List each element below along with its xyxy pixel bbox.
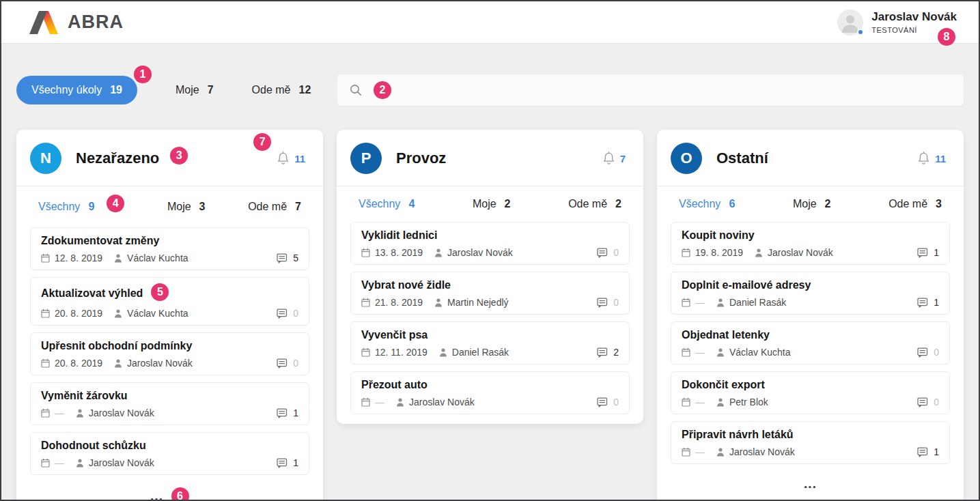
task-assignee: Jaroslav Novák [409, 397, 475, 407]
task-date: 20. 8. 2019 [55, 308, 102, 319]
column-tab-all[interactable]: Všechny 9 4 [38, 198, 124, 216]
column-title-text: Ostatní [716, 149, 768, 167]
more-text: ... [150, 489, 163, 501]
column-tabs: Všechny 9 4 Moje 3 Ode mě 7 [16, 186, 323, 227]
column-tab-my-count: 2 [505, 198, 511, 210]
task-meta: 12. 11. 2019 Daniel Rasák 2 [361, 347, 619, 358]
task-card[interactable]: Dokončit export — Petr Blok [671, 371, 950, 414]
task-assignee: Václav Kuchta [127, 308, 188, 319]
task-title-text: Dohodnout schůzku [41, 440, 146, 452]
task-card[interactable]: Objednat letenky — Václav Kuchta [671, 321, 950, 364]
task-assignee: Václav Kuchta [729, 347, 791, 358]
task-title: Aktualizovat výhled 5 [41, 285, 298, 302]
task-card[interactable]: Zdokumentovat změny 12. 8. 2019 Václav K… [30, 227, 309, 270]
notifications-button[interactable]: 11 [917, 151, 946, 166]
column-tab-my-label: Moje [793, 198, 817, 210]
column-tab-all[interactable]: Všechny 6 [679, 198, 735, 210]
task-date: 12. 8. 2019 [55, 253, 102, 263]
assignee-icon [114, 254, 122, 263]
calendar-icon [41, 253, 50, 263]
tab-all-tasks[interactable]: Všechny úkoly 19 [16, 76, 137, 104]
bell-count: 11 [935, 153, 946, 164]
column-tab-all-label: Všechny [359, 198, 400, 210]
assignee-icon [716, 448, 725, 457]
task-assignee: Jaroslav Novák [127, 358, 193, 369]
task-assignee: Martin Nejedlý [447, 297, 508, 308]
search-input[interactable] [400, 85, 952, 96]
assignee-icon [434, 298, 443, 307]
task-title-text: Vyvenčit psa [361, 329, 428, 341]
search-box[interactable]: 2 [337, 74, 964, 106]
column-tab-from-label: Ode mě [248, 201, 287, 213]
task-title-text: Koupit noviny [682, 229, 755, 242]
task-card[interactable]: Vyvenčit psa 12. 11. 2019 Daniel Rasák [350, 321, 630, 364]
task-meta: 19. 8. 2019 Jaroslav Novák 1 [682, 247, 939, 258]
column-tab-from[interactable]: Ode mě 3 [888, 198, 942, 210]
tab-from-me-label: Ode mě [252, 84, 291, 96]
column-tab-my[interactable]: Moje 2 [473, 198, 511, 210]
assignee-icon [716, 398, 725, 407]
comment-count: 0 [293, 358, 298, 369]
task-card[interactable]: Doplnit e-mailové adresy — Daniel Rasák [671, 272, 950, 315]
column-title: Ostatní [716, 149, 768, 167]
notifications-button[interactable]: 7 11 [277, 151, 305, 166]
task-card[interactable]: Vybrat nové židle 21. 8. 2019 Martin Nej… [350, 272, 630, 315]
tab-from-me[interactable]: Ode mě 12 [252, 84, 311, 96]
task-annotation-badge: 5 [151, 283, 169, 301]
column-title: Provoz [396, 149, 446, 167]
task-title-text: Připravit návrh letáků [682, 429, 794, 441]
task-card[interactable]: Dohodnout schůzku — Jaroslav Novák [30, 432, 309, 475]
notifications-button[interactable]: 7 [602, 151, 626, 166]
column-tab-my[interactable]: Moje 2 [793, 198, 831, 210]
task-card[interactable]: Koupit noviny 19. 8. 2019 Jaroslav Novák [671, 222, 950, 265]
task-card[interactable]: Vyklidit lednici 13. 8. 2019 Jaroslav No… [350, 222, 630, 265]
column-tab-my-count: 3 [199, 201, 206, 213]
task-card[interactable]: Připravit návrh letáků — Jaroslav Novák [671, 421, 950, 464]
task-title: Dohodnout schůzku [41, 440, 298, 452]
task-title-text: Vybrat nové židle [361, 279, 451, 291]
tab-my-tasks[interactable]: Moje 7 [176, 84, 214, 96]
task-comments: 2 [597, 347, 619, 358]
comment-icon [277, 358, 288, 369]
bell-count: 11 [294, 153, 305, 164]
calendar-icon [361, 397, 370, 407]
task-date: 20. 8. 2019 [55, 358, 102, 369]
column-tab-from[interactable]: Ode mě 7 [248, 201, 301, 213]
bell-icon [277, 151, 290, 166]
calendar-icon [361, 298, 370, 307]
task-title: Zdokumentovat změny [41, 235, 298, 247]
task-meta: 20. 8. 2019 Jaroslav Novák 0 [41, 358, 298, 369]
user-menu[interactable]: Jaroslav Novák TESTOVÁNÍ 8 [837, 10, 958, 35]
task-title-text: Doplnit e-mailové adresy [682, 279, 811, 291]
column-tab-from[interactable]: Ode mě 2 [568, 198, 621, 210]
comment-count: 0 [613, 297, 619, 308]
task-card[interactable]: Přezout auto — Jaroslav Novák [350, 371, 630, 414]
more-tasks-button[interactable]: ... [657, 474, 964, 501]
column-tab-my[interactable]: Moje 3 [167, 201, 206, 213]
calendar-icon [41, 408, 50, 418]
task-date: — [695, 446, 705, 457]
task-card[interactable]: Aktualizovat výhled 5 20. 8. 2019 Václav… [30, 277, 309, 326]
annotation-badge-2: 2 [374, 81, 391, 99]
column-tab-my-label: Moje [167, 201, 191, 213]
toolbar: Všechny úkoly 19 Moje 7 Ode mě 12 1 2 [16, 74, 964, 106]
column-tab-my-label: Moje [473, 198, 496, 210]
comment-count: 0 [293, 308, 298, 319]
comment-count: 1 [293, 407, 298, 418]
task-card[interactable]: Upřesnit obchodní podmínky 20. 8. 2019 J… [30, 332, 309, 375]
task-comments: 1 [917, 297, 939, 308]
task-list: Vyklidit lednici 13. 8. 2019 Jaroslav No… [337, 221, 643, 424]
assignee-icon [716, 298, 725, 307]
column-tab-all[interactable]: Všechny 4 [359, 198, 415, 210]
task-assignee: Daniel Rasák [729, 297, 786, 308]
bell-count: 7 [620, 153, 626, 164]
task-card[interactable]: Vyměnit žárovku — Jaroslav Novák [30, 382, 309, 425]
task-title-text: Přezout auto [361, 379, 428, 391]
column-tab-from-count: 3 [936, 198, 942, 210]
task-assignee: Jaroslav Novák [768, 247, 833, 258]
more-tasks-button[interactable]: ... 6 [16, 485, 323, 501]
calendar-icon [682, 447, 690, 457]
tab-my-tasks-count: 7 [208, 84, 214, 96]
column-tab-from-label: Ode mě [568, 198, 607, 210]
task-assignee: Daniel Rasák [452, 347, 509, 358]
